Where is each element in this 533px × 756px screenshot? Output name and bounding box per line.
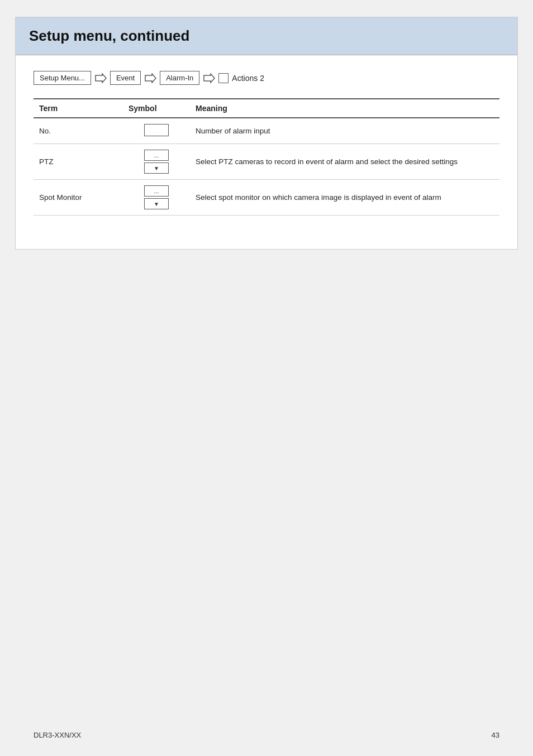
th-term: Term xyxy=(34,99,123,118)
table-row: No. Number of alarm input xyxy=(34,118,499,144)
breadcrumb-actions-2: Actions 2 xyxy=(218,73,264,83)
symbol-ptz: ... ▼ xyxy=(123,144,190,180)
table-row: Spot Monitor ... ▼ Select spot monitor o… xyxy=(34,180,499,216)
spot-monitor-combo-widget: ... ▼ xyxy=(144,185,169,209)
page-content: Setup Menu... Event Alarm-In xyxy=(16,55,517,227)
term-ptz: PTZ xyxy=(34,144,123,180)
breadcrumb-alarm-in-label: Alarm-In xyxy=(160,71,199,85)
breadcrumb-actions-2-label: Actions 2 xyxy=(232,74,264,83)
ptz-dropdown-arrow-icon: ▼ xyxy=(154,165,159,171)
breadcrumb-small-box-icon xyxy=(218,73,229,83)
spot-dots-label: ... xyxy=(154,188,159,194)
spot-text-button[interactable]: ... xyxy=(144,185,169,197)
meaning-no: Number of alarm input xyxy=(190,118,499,144)
svg-marker-0 xyxy=(96,74,106,83)
breadcrumb: Setup Menu... Event Alarm-In xyxy=(34,71,499,85)
meaning-spot-monitor: Select spot monitor on which camera imag… xyxy=(190,180,499,216)
term-no: No. xyxy=(34,118,123,144)
meaning-ptz: Select PTZ cameras to record in event of… xyxy=(190,144,499,180)
page-title: Setup menu, continued xyxy=(29,27,504,45)
breadcrumb-arrow-2 xyxy=(144,73,156,83)
footer-model: DLR3-XXN/XX xyxy=(34,731,81,739)
breadcrumb-item-alarm-in: Alarm-In xyxy=(160,71,199,85)
ptz-dropdown-button[interactable]: ▼ xyxy=(144,162,169,174)
plain-box-icon xyxy=(144,124,169,136)
spot-dropdown-button[interactable]: ▼ xyxy=(144,198,169,209)
breadcrumb-arrow-3 xyxy=(203,73,215,83)
page-footer: DLR3-XXN/XX 43 xyxy=(0,731,533,739)
th-meaning: Meaning xyxy=(190,99,499,118)
table-header-row: Term Symbol Meaning xyxy=(34,99,499,118)
ptz-combo-widget: ... ▼ xyxy=(144,150,169,174)
breadcrumb-arrow-1 xyxy=(94,73,107,83)
term-spot-monitor: Spot Monitor xyxy=(34,180,123,216)
th-symbol: Symbol xyxy=(123,99,190,118)
breadcrumb-setup-menu-label: Setup Menu... xyxy=(34,71,91,85)
terms-table: Term Symbol Meaning No. Number of alarm … xyxy=(34,98,499,216)
breadcrumb-item-event: Event xyxy=(110,71,141,85)
ptz-text-button[interactable]: ... xyxy=(144,150,169,161)
page-container: Setup menu, continued Setup Menu... Even… xyxy=(15,17,518,250)
breadcrumb-item-setup: Setup Menu... xyxy=(34,71,91,85)
svg-marker-2 xyxy=(204,74,215,83)
symbol-no xyxy=(123,118,190,144)
svg-marker-1 xyxy=(145,74,156,83)
ptz-dots-label: ... xyxy=(154,152,159,159)
footer-page-number: 43 xyxy=(492,731,499,739)
symbol-spot-monitor: ... ▼ xyxy=(123,180,190,216)
page-header: Setup menu, continued xyxy=(16,17,517,55)
table-row: PTZ ... ▼ Select PTZ cameras to record i… xyxy=(34,144,499,180)
breadcrumb-event-label: Event xyxy=(110,71,141,85)
spot-dropdown-arrow-icon: ▼ xyxy=(154,201,159,207)
